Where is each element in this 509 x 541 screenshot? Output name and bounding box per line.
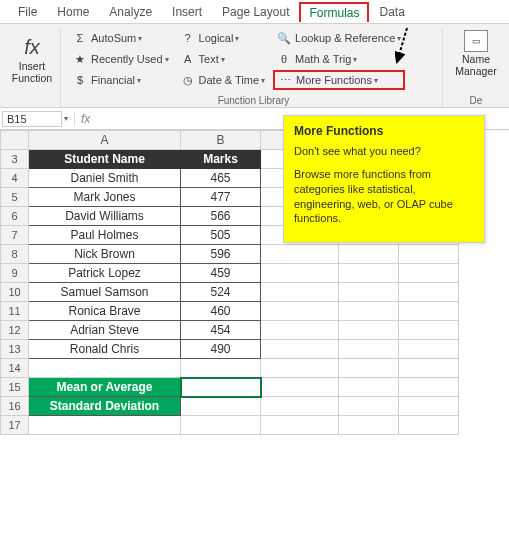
cell[interactable] xyxy=(339,302,399,321)
cell[interactable]: Standard Deviation xyxy=(29,397,181,416)
cell[interactable] xyxy=(339,340,399,359)
cell[interactable] xyxy=(261,283,339,302)
row-header[interactable]: 6 xyxy=(1,207,29,226)
row-header[interactable]: 9 xyxy=(1,264,29,283)
cell[interactable] xyxy=(181,359,261,378)
cell[interactable] xyxy=(399,340,459,359)
financial-button[interactable]: $Financial▾ xyxy=(69,70,173,90)
cell[interactable] xyxy=(399,245,459,264)
tab-data[interactable]: Data xyxy=(369,2,414,22)
row-header[interactable]: 11 xyxy=(1,302,29,321)
cell[interactable] xyxy=(181,416,261,435)
math-trig-button[interactable]: θMath & Trig▾ xyxy=(273,49,405,69)
row-header[interactable]: 12 xyxy=(1,321,29,340)
cell[interactable] xyxy=(261,264,339,283)
cell[interactable] xyxy=(339,245,399,264)
cell[interactable]: Ronald Chris xyxy=(29,340,181,359)
cell[interactable]: Patrick Lopez xyxy=(29,264,181,283)
cell[interactable]: Ronica Brave xyxy=(29,302,181,321)
cell[interactable] xyxy=(261,302,339,321)
row-header[interactable]: 15 xyxy=(1,378,29,397)
row-header[interactable]: 14 xyxy=(1,359,29,378)
cell[interactable] xyxy=(399,397,459,416)
cell[interactable]: Student Name xyxy=(29,150,181,169)
cell[interactable] xyxy=(399,283,459,302)
cell[interactable]: 596 xyxy=(181,245,261,264)
name-manager-button[interactable]: ▭ Name Manager xyxy=(451,28,501,79)
cell[interactable] xyxy=(339,264,399,283)
cell[interactable] xyxy=(339,359,399,378)
cell[interactable] xyxy=(399,321,459,340)
cell[interactable]: 454 xyxy=(181,321,261,340)
cell[interactable]: Adrian Steve xyxy=(29,321,181,340)
autosum-button[interactable]: ΣAutoSum▾ xyxy=(69,28,173,48)
cell[interactable]: 477 xyxy=(181,188,261,207)
cell[interactable] xyxy=(399,359,459,378)
chevron-down-icon: ▾ xyxy=(137,76,141,85)
row-header[interactable]: 16 xyxy=(1,397,29,416)
col-header-a[interactable]: A xyxy=(29,131,181,150)
row-header[interactable]: 3 xyxy=(1,150,29,169)
tab-file[interactable]: File xyxy=(8,2,47,22)
cell[interactable]: Mark Jones xyxy=(29,188,181,207)
cell[interactable]: Samuel Samson xyxy=(29,283,181,302)
cell[interactable] xyxy=(181,397,261,416)
cell[interactable]: 459 xyxy=(181,264,261,283)
tab-page-layout[interactable]: Page Layout xyxy=(212,2,299,22)
name-box[interactable]: B15 xyxy=(2,111,62,127)
cell[interactable] xyxy=(261,245,339,264)
fx-label[interactable]: fx xyxy=(74,112,96,126)
cell[interactable] xyxy=(261,321,339,340)
row-header[interactable]: 13 xyxy=(1,340,29,359)
row-header[interactable]: 4 xyxy=(1,169,29,188)
row-header[interactable]: 5 xyxy=(1,188,29,207)
cell[interactable] xyxy=(399,416,459,435)
cell[interactable] xyxy=(399,264,459,283)
text-button[interactable]: AText▾ xyxy=(177,49,270,69)
cell[interactable] xyxy=(339,416,399,435)
chevron-down-icon[interactable]: ▾ xyxy=(62,114,74,123)
cell[interactable]: 465 xyxy=(181,169,261,188)
col-header-b[interactable]: B xyxy=(181,131,261,150)
tab-formulas[interactable]: Formulas xyxy=(299,2,369,22)
cell[interactable] xyxy=(29,359,181,378)
cell[interactable]: Daniel Smith xyxy=(29,169,181,188)
cell[interactable]: 524 xyxy=(181,283,261,302)
cell[interactable]: Mean or Average xyxy=(29,378,181,397)
row-header[interactable]: 8 xyxy=(1,245,29,264)
cell[interactable] xyxy=(261,378,339,397)
cell[interactable] xyxy=(339,283,399,302)
insert-function-button[interactable]: fx Insert Function xyxy=(8,28,56,92)
cell[interactable] xyxy=(339,397,399,416)
tab-insert[interactable]: Insert xyxy=(162,2,212,22)
cell[interactable] xyxy=(339,378,399,397)
logical-button[interactable]: ?Logical▾ xyxy=(177,28,270,48)
lookup-reference-button[interactable]: 🔍Lookup & Reference▾ xyxy=(273,28,405,48)
date-time-button[interactable]: ◷Date & Time▾ xyxy=(177,70,270,90)
cell[interactable] xyxy=(261,416,339,435)
tab-analyze[interactable]: Analyze xyxy=(99,2,162,22)
cell[interactable] xyxy=(29,416,181,435)
cell[interactable] xyxy=(261,359,339,378)
cell[interactable]: 566 xyxy=(181,207,261,226)
cell[interactable]: 490 xyxy=(181,340,261,359)
cell[interactable]: Nick Brown xyxy=(29,245,181,264)
cell[interactable]: 460 xyxy=(181,302,261,321)
row-header[interactable]: 17 xyxy=(1,416,29,435)
cell[interactable] xyxy=(399,302,459,321)
cell-selected[interactable] xyxy=(181,378,261,397)
cell[interactable] xyxy=(399,378,459,397)
cell[interactable]: Marks xyxy=(181,150,261,169)
cell[interactable] xyxy=(339,321,399,340)
cell[interactable]: 505 xyxy=(181,226,261,245)
cell[interactable] xyxy=(261,340,339,359)
tab-home[interactable]: Home xyxy=(47,2,99,22)
row-header[interactable]: 10 xyxy=(1,283,29,302)
more-functions-button[interactable]: ⋯More Functions▾ xyxy=(273,70,405,90)
cell[interactable]: David Williams xyxy=(29,207,181,226)
recently-used-button[interactable]: ★Recently Used▾ xyxy=(69,49,173,69)
row-header[interactable]: 7 xyxy=(1,226,29,245)
cell[interactable] xyxy=(261,397,339,416)
select-all-corner[interactable] xyxy=(1,131,29,150)
cell[interactable]: Paul Holmes xyxy=(29,226,181,245)
